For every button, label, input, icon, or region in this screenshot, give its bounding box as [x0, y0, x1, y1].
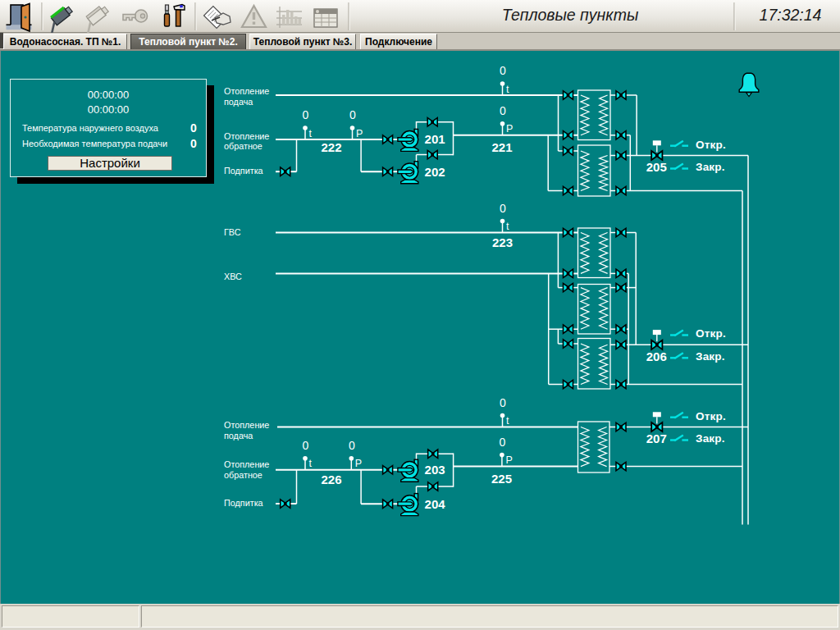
svg-text:222: 222: [321, 140, 341, 154]
svg-text:t: t: [309, 458, 313, 469]
svg-text:t: t: [506, 84, 509, 95]
svg-text:Отопление: Отопление: [224, 420, 269, 430]
svg-text:0: 0: [500, 64, 506, 77]
svg-text:обратное: обратное: [224, 470, 262, 480]
svg-text:204: 204: [425, 497, 446, 511]
svg-text:Откр.: Откр.: [696, 410, 726, 422]
svg-text:ХВС: ХВС: [224, 272, 242, 281]
svg-text:Закр.: Закр.: [696, 432, 725, 445]
svg-text:201: 201: [425, 132, 445, 146]
svg-text:P: P: [356, 128, 363, 139]
svg-text:Отопление: Отопление: [224, 86, 269, 96]
svg-text:221: 221: [491, 140, 512, 154]
svg-text:226: 226: [321, 472, 341, 486]
svg-text:202: 202: [425, 165, 445, 179]
svg-text:P: P: [506, 123, 513, 135]
svg-text:Отопление: Отопление: [224, 131, 269, 141]
svg-text:Подпитка: Подпитка: [224, 166, 263, 176]
svg-text:P: P: [355, 458, 362, 469]
svg-text:225: 225: [491, 472, 512, 486]
svg-text:0: 0: [349, 108, 356, 121]
svg-text:206: 206: [646, 349, 667, 363]
svg-text:Закр.: Закр.: [696, 350, 725, 363]
svg-text:подача: подача: [224, 431, 253, 441]
svg-text:207: 207: [646, 431, 667, 445]
svg-text:t: t: [506, 415, 509, 427]
svg-text:0: 0: [303, 108, 309, 121]
svg-text:t: t: [506, 221, 509, 232]
svg-text:Закр.: Закр.: [696, 161, 725, 173]
svg-text:подача: подача: [224, 97, 253, 107]
svg-text:Откр.: Откр.: [696, 327, 726, 340]
svg-text:205: 205: [646, 160, 667, 174]
svg-text:Подпитка: Подпитка: [224, 498, 263, 508]
svg-text:ГВС: ГВС: [224, 227, 241, 237]
svg-text:Откр.: Откр.: [696, 139, 726, 151]
svg-text:0: 0: [500, 436, 506, 449]
svg-text:t: t: [309, 128, 313, 139]
svg-text:203: 203: [425, 463, 445, 477]
svg-text:0: 0: [500, 396, 506, 409]
svg-text:Отопление: Отопление: [224, 459, 269, 469]
svg-text:обратное: обратное: [224, 141, 262, 151]
svg-text:223: 223: [492, 235, 513, 249]
svg-text:0: 0: [349, 439, 355, 452]
svg-text:P: P: [505, 454, 512, 466]
svg-text:0: 0: [500, 104, 506, 117]
svg-text:0: 0: [500, 202, 506, 215]
svg-text:0: 0: [303, 439, 309, 452]
